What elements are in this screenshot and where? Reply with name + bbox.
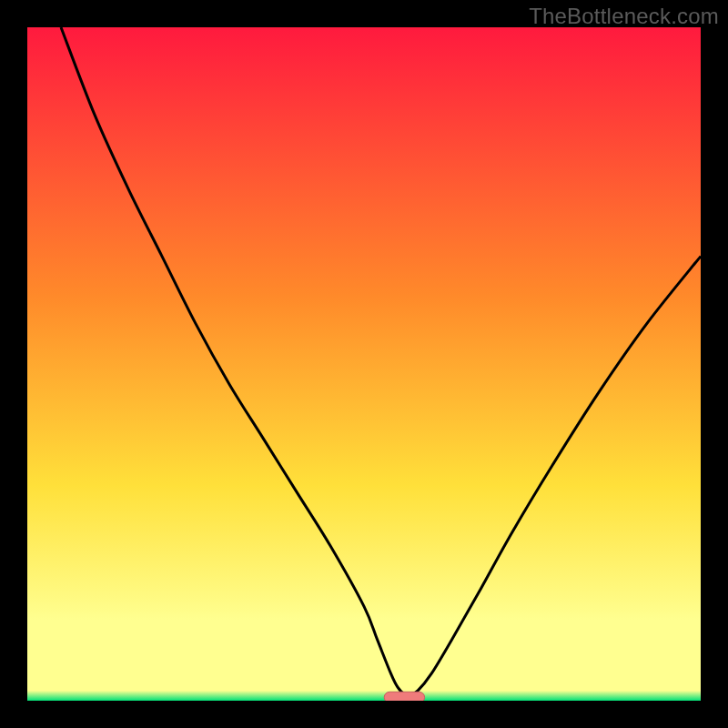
chart-frame: { "watermark": "TheBottleneck.com", "col… bbox=[0, 0, 728, 728]
watermark-label: TheBottleneck.com bbox=[529, 4, 719, 29]
bottleneck-chart bbox=[27, 27, 701, 701]
optimal-marker bbox=[384, 692, 424, 701]
gradient-background bbox=[27, 27, 701, 701]
